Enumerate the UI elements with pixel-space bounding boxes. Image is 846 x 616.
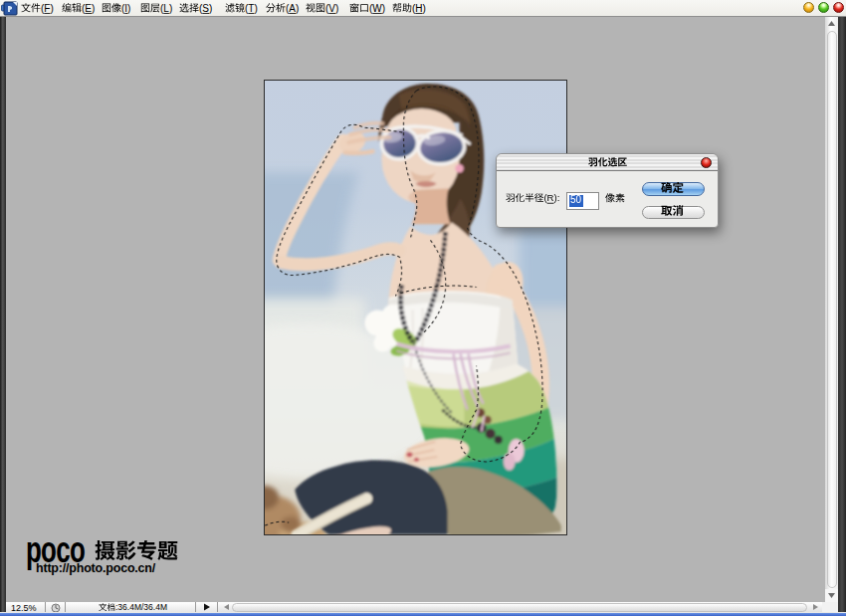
svg-text:(L): (L) <box>160 2 172 13</box>
svg-text:(V): (V) <box>325 2 338 13</box>
svg-text:(W): (W) <box>369 2 385 13</box>
svg-text:(R):: (R): <box>543 192 559 203</box>
svg-text:50: 50 <box>570 193 582 204</box>
svg-text:(T): (T) <box>245 2 258 13</box>
svg-text:(E): (E) <box>82 2 95 13</box>
svg-text:(H): (H) <box>412 2 426 13</box>
svg-text:(A): (A) <box>286 2 299 13</box>
svg-text::36.4M/36.4M: :36.4M/36.4M <box>115 602 167 612</box>
svg-text:(F): (F) <box>41 2 54 13</box>
svg-text:(S): (S) <box>199 2 212 13</box>
svg-text:(I): (I) <box>121 2 130 13</box>
